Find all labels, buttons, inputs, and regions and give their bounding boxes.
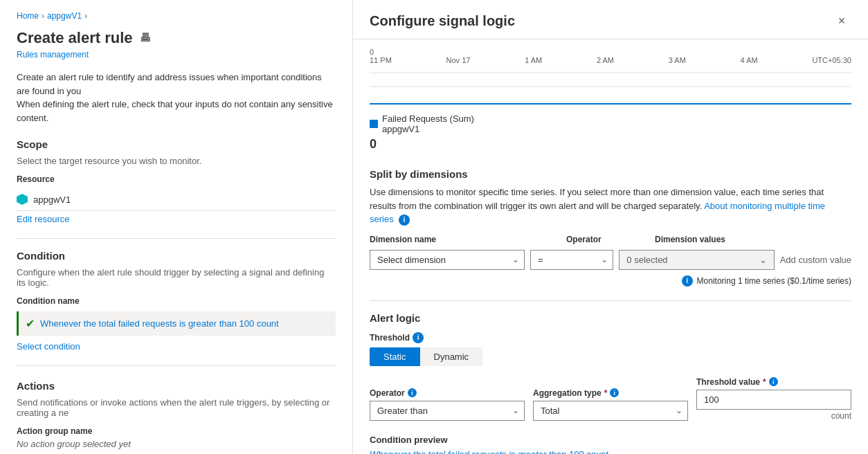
scope-subtitle: Select the target resource you wish to m… [17,156,336,166]
chart-legend: Failed Requests (Sum) appgwV1 [370,113,851,134]
legend-resource: appgwV1 [382,124,419,134]
chart-svg [370,66,851,107]
alert-logic-section: Alert logic Threshold i Static Dynamic O… [370,312,851,421]
threshold-value-form-group: Threshold value * i count [696,377,851,421]
chart-label-3am: 3 AM [669,56,686,64]
dynamic-threshold-button[interactable]: Dynamic [420,347,483,366]
page-subtitle: Rules management [17,50,336,60]
chart-label-2am: 2 AM [597,56,614,64]
condition-row: ✔ Whenever the total failed requests is … [17,311,336,336]
page-description: Create an alert rule to identify and add… [17,71,336,125]
condition-name-label: Condition name [17,296,336,306]
split-info-text: Use dimensions to monitor specific time … [370,185,851,226]
breadcrumb-resource[interactable]: appgwV1 [47,11,82,21]
legend-color-box [370,120,378,128]
selected-count: 0 selected [626,255,667,265]
dimension-name-select[interactable]: Select dimension [370,250,525,270]
left-panel: Home › appgwV1 › Create alert rule 🖶 Rul… [0,0,353,454]
condition-title: Condition [17,250,336,262]
resource-icon [17,194,28,205]
svg-rect-4 [370,103,851,105]
page-title-row: Create alert rule 🖶 [17,29,336,47]
action-group-label: Action group name [17,426,336,436]
right-panel: Configure signal logic × 0 11 PM Nov 17 … [353,0,868,454]
split-by-dimensions-section: Split by dimensions Use dimensions to mo… [370,168,851,287]
threshold-value-label: Threshold value * i [696,377,851,387]
panel-content: 0 11 PM Nov 17 1 AM 2 AM 3 AM 4 AM UTC+0… [353,39,868,454]
resource-name: appgwV1 [33,194,71,205]
chart-label-utc: UTC+05:30 [812,56,851,64]
static-threshold-button[interactable]: Static [370,347,420,366]
condition-preview-title: Condition preview [370,435,851,445]
condition-preview-section: Condition preview Whenever the total fai… [370,435,851,455]
dim-values-col-label: Dimension values [655,235,846,244]
agg-type-info-icon: i [610,388,619,397]
threshold-label: Threshold i [370,332,851,343]
info-circle-icon: i [682,275,693,287]
condition-subtitle: Configure when the alert rule should tri… [17,267,336,288]
dimension-name-wrapper: Select dimension [370,250,525,270]
actions-title: Actions [17,380,336,392]
scope-title: Scope [17,138,336,150]
alert-logic-form-row: Operator i Greater than Less than Greate… [370,377,851,421]
chart-area: 0 11 PM Nov 17 1 AM 2 AM 3 AM 4 AM UTC+0… [370,39,851,157]
close-button[interactable]: × [832,11,851,30]
breadcrumb: Home › appgwV1 › [17,11,336,21]
operator-form-select[interactable]: Greater than Less than Greater than or e… [370,401,525,421]
agg-type-select-wrapper: Total Average Minimum Maximum Count [533,401,688,421]
threshold-value-info-icon: i [769,377,778,386]
resource-label: Resource [17,174,336,184]
threshold-toggle-group: Static Dynamic [370,347,482,366]
operator-info-icon: i [408,388,417,397]
condition-section: Condition Configure when the alert rule … [17,250,336,352]
operator-wrapper: = [530,250,613,270]
edit-resource-link[interactable]: Edit resource [17,214,70,224]
operator-select[interactable]: = [530,250,613,270]
actions-subtitle: Send notifications or invoke actions whe… [17,397,336,418]
print-icon[interactable]: 🖶 [140,32,151,44]
chart-label-4am: 4 AM [741,56,758,64]
scope-section: Scope Select the target resource you wis… [17,138,336,224]
panel-title: Configure signal logic [370,13,515,29]
chart-label-11pm: 11 PM [370,56,392,64]
no-action-text: No action group selected yet [17,439,336,449]
legend-value: 0 [370,137,851,152]
operator-form-group: Operator i Greater than Less than Greate… [370,388,525,421]
breadcrumb-sep1: › [42,11,44,21]
chart-zero-label: 0 [370,48,851,56]
add-custom-value-button[interactable]: Add custom value [780,255,851,265]
resource-row: appgwV1 [17,188,336,211]
condition-check-icon: ✔ [26,317,35,330]
breadcrumb-sep2: › [84,11,87,21]
monitoring-info-text: Monitoring 1 time series ($0.1/time seri… [697,276,851,286]
count-label: count [696,411,851,421]
operator-form-select-wrapper: Greater than Less than Greater than or e… [370,401,525,421]
alert-logic-title: Alert logic [370,312,851,324]
select-condition-link[interactable]: Select condition [17,341,80,352]
page-title-text: Create alert rule [17,29,133,47]
chart-label-1am: 1 AM [525,56,542,64]
actions-section: Actions Send notifications or invoke act… [17,380,336,454]
split-title: Split by dimensions [370,168,851,180]
monitoring-info-row: i Monitoring 1 time series ($0.1/time se… [370,275,851,287]
panel-header: Configure signal logic × [353,0,868,39]
dim-name-col-label: Dimension name [370,235,561,244]
agg-type-form-group: Aggregation type * i Total Average Minim… [533,388,688,421]
legend-metric: Failed Requests (Sum) [382,113,474,124]
legend-text: Failed Requests (Sum) appgwV1 [382,113,474,134]
dimension-values-input[interactable]: 0 selected ⌄ [619,250,774,270]
operator-form-label: Operator i [370,388,525,398]
operator-col-label: Operator [566,235,649,244]
dim-dropdown-icon: ⌄ [759,255,767,265]
monitoring-info-icon: i [399,215,410,226]
threshold-value-input[interactable] [696,390,851,410]
chart-labels: 11 PM Nov 17 1 AM 2 AM 3 AM 4 AM UTC+05:… [370,56,851,64]
agg-type-select[interactable]: Total Average Minimum Maximum Count [533,401,688,421]
threshold-info-icon: i [413,332,424,343]
chart-label-nov17: Nov 17 [446,56,471,64]
condition-text: Whenever the total failed requests is gr… [40,318,279,329]
breadcrumb-home[interactable]: Home [17,11,39,21]
agg-type-label: Aggregation type * i [533,388,688,398]
condition-preview-text: Whenever the total failed requests is gr… [370,449,851,455]
